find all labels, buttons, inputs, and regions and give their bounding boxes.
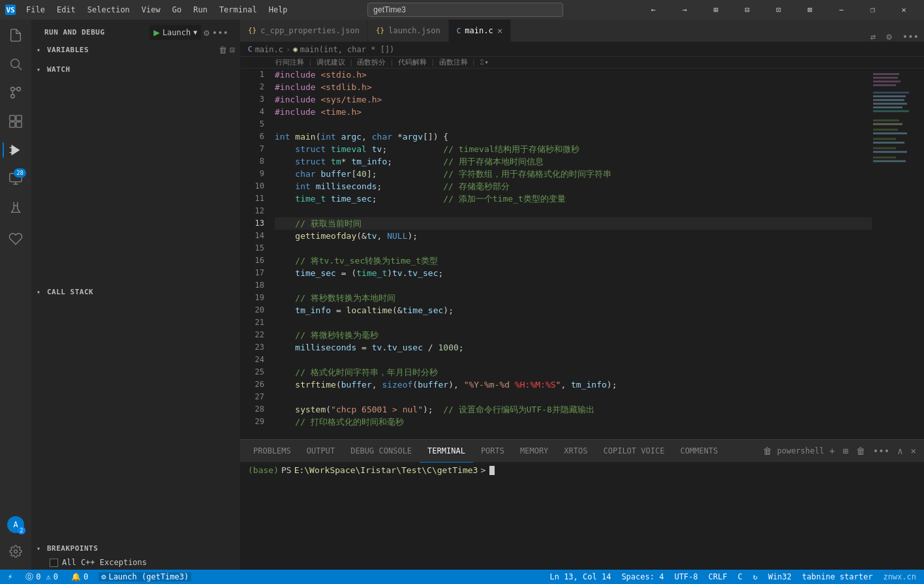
menu-go[interactable]: Go — [167, 4, 187, 16]
notifications-status[interactable]: 🔔0 — [69, 572, 91, 581]
breadcrumb-file[interactable]: main.c — [255, 45, 283, 54]
debug-config-icon[interactable]: ⚙ — [204, 27, 209, 38]
sidebar-actions: ▶ Launch ▼ ⚙ ••• — [149, 25, 232, 40]
menu-selection[interactable]: Selection — [82, 4, 135, 16]
panel-tab-copilot[interactable]: COPILOT VOICE — [595, 440, 672, 463]
debug-more-icon[interactable]: ••• — [212, 27, 228, 38]
menu-run[interactable]: Run — [188, 4, 213, 16]
hint-item-2[interactable]: 函数拆分 — [357, 57, 386, 67]
debug-status-icon[interactable]: ⚡ — [5, 572, 15, 581]
watermark-status: znwx.cn — [880, 572, 919, 581]
menu-terminal[interactable]: Terminal — [214, 4, 262, 16]
tab-0[interactable]: {} c_cpp_properties.json — [240, 20, 368, 42]
hint-item-4[interactable]: 函数注释 — [439, 57, 468, 67]
layout2-icon[interactable]: ⊟ — [732, 0, 762, 20]
language-status[interactable]: C — [735, 572, 745, 581]
code-line-16: // 将tv.tv_sec转换为time_t类型 — [275, 254, 872, 267]
layout-icon[interactable]: ⊞ — [701, 0, 731, 20]
code-line-13: // 获取当前时间 — [275, 217, 872, 230]
errors-status[interactable]: ⓪0 ⚠0 — [23, 572, 61, 583]
panel-trash-icon[interactable]: 🗑 — [760, 444, 775, 457]
watch-header[interactable]: ▾ WATCH — [31, 63, 240, 76]
menu-file[interactable]: File — [21, 4, 50, 16]
variables-header[interactable]: ▾ VARIABLES 🗑 ⊡ — [31, 42, 240, 57]
panel-split-icon[interactable]: ⊞ — [840, 444, 850, 457]
breadcrumb-function[interactable]: main(int, char * []) — [300, 45, 395, 54]
call-stack-header[interactable]: ▾ CALL STACK — [31, 285, 240, 299]
menu-edit[interactable]: Edit — [52, 4, 81, 16]
breakpoint-checkbox[interactable] — [50, 559, 58, 567]
panel-tab-debug[interactable]: DEBUG CONSOLE — [343, 440, 420, 463]
variables-expand-icon[interactable]: ⊡ — [230, 45, 235, 55]
restore-button[interactable]: ❐ — [857, 0, 887, 20]
ln-col-status[interactable]: Ln 13, Col 14 — [547, 572, 613, 581]
accounts-icon[interactable] — [3, 226, 29, 252]
tabnine-status[interactable]: tabnine starter — [799, 572, 875, 581]
activity-bar: 28 A 2 — [0, 20, 31, 570]
nav-back-button[interactable]: ← — [638, 0, 668, 20]
panel-tab-memory[interactable]: MEMORY — [512, 440, 556, 463]
run-debug-button[interactable]: ▶ Launch ▼ — [149, 25, 201, 40]
panel-tab-output[interactable]: OUTPUT — [299, 440, 343, 463]
hint-item-1[interactable]: 调优建议 — [316, 57, 345, 67]
debug-icon[interactable] — [3, 137, 29, 163]
svg-rect-25 — [873, 103, 907, 105]
line-ending-status[interactable]: CRLF — [706, 572, 730, 581]
hint-item-3[interactable]: 代码解释 — [398, 57, 427, 67]
extensions-icon[interactable] — [3, 108, 29, 134]
panel-tab-problems[interactable]: PROBLEMS — [245, 440, 299, 463]
code-line-8: struct tm* tm_info; // 用于存储本地时间信息 — [275, 155, 872, 168]
user-avatar[interactable]: A 2 — [7, 516, 24, 533]
panel-chevron-up-icon[interactable]: ∧ — [895, 444, 905, 457]
win-status[interactable]: Win32 — [765, 572, 794, 581]
editor-more-icon[interactable]: ••• — [897, 31, 924, 42]
launch-status[interactable]: ⚙ Launch (getTime3) — [99, 572, 191, 581]
panel-tab-ports[interactable]: PORTS — [473, 440, 512, 463]
spaces-status[interactable]: Spaces: 4 — [619, 572, 666, 581]
testing-icon[interactable] — [3, 194, 29, 221]
breakpoint-item[interactable]: All C++ Exceptions — [44, 557, 240, 568]
encoding-status[interactable]: UTF-8 — [671, 572, 700, 581]
tab-1[interactable]: {} launch.json — [368, 20, 449, 42]
settings-icon[interactable] — [3, 538, 29, 564]
minimize-button[interactable]: − — [826, 0, 856, 20]
hint-more-icon[interactable]: ⑄▾ — [480, 58, 489, 67]
remote-icon[interactable]: 28 — [3, 166, 29, 192]
search-icon[interactable] — [3, 51, 29, 77]
panel-close-icon[interactable]: × — [908, 444, 919, 457]
layout4-icon[interactable]: ⊠ — [795, 0, 825, 20]
code-line-11: time_t time_sec; // 添加一个time_t类型的变量 — [275, 192, 872, 205]
breakpoint-label: All C++ Exceptions — [62, 558, 147, 567]
panel-tab-comments[interactable]: COMMENTS — [672, 440, 726, 463]
code-line-21 — [275, 316, 872, 329]
svg-rect-19 — [873, 77, 898, 79]
panel-tab-xrtos[interactable]: XRTOS — [556, 440, 595, 463]
menu-view[interactable]: View — [136, 4, 166, 16]
sync-icon[interactable]: ↻ — [750, 572, 760, 581]
editor-layout-icon[interactable]: ⇄ — [865, 31, 881, 42]
layout3-icon[interactable]: ⊡ — [763, 0, 793, 20]
panel-add-icon[interactable]: + — [827, 444, 837, 457]
search-input[interactable] — [367, 3, 563, 17]
menu-help[interactable]: Help — [264, 4, 293, 16]
tab-2[interactable]: C main.c × — [449, 20, 511, 42]
breakpoints-header[interactable]: ▾ BREAKPOINTS — [31, 542, 240, 555]
hint-item-0[interactable]: 行间注释 — [275, 57, 304, 67]
terminal-cursor[interactable] — [489, 466, 495, 475]
panel-more-icon[interactable]: ••• — [870, 444, 892, 457]
nav-forward-button[interactable]: → — [670, 0, 700, 20]
editor-settings-icon[interactable]: ⚙ — [881, 31, 897, 42]
tab-2-close[interactable]: × — [497, 25, 502, 36]
breadcrumb-fn-icon: ◉ — [293, 45, 298, 54]
source-control-icon[interactable] — [3, 80, 29, 106]
panel-delete-icon[interactable]: 🗑 — [854, 444, 868, 457]
terminal-base-label: (base) — [248, 465, 279, 475]
watch-chevron: ▾ — [37, 66, 44, 73]
code-content[interactable]: #include <stdio.h> #include <stdlib.h> #… — [270, 69, 872, 439]
panel-tab-terminal[interactable]: TERMINAL — [420, 440, 473, 463]
code-line-1: #include <stdio.h> — [275, 69, 872, 81]
variables-delete-icon[interactable]: 🗑 — [219, 45, 227, 55]
close-button[interactable]: ✕ — [889, 0, 919, 20]
tab-1-icon: {} — [376, 26, 384, 35]
explorer-icon[interactable] — [3, 22, 29, 48]
